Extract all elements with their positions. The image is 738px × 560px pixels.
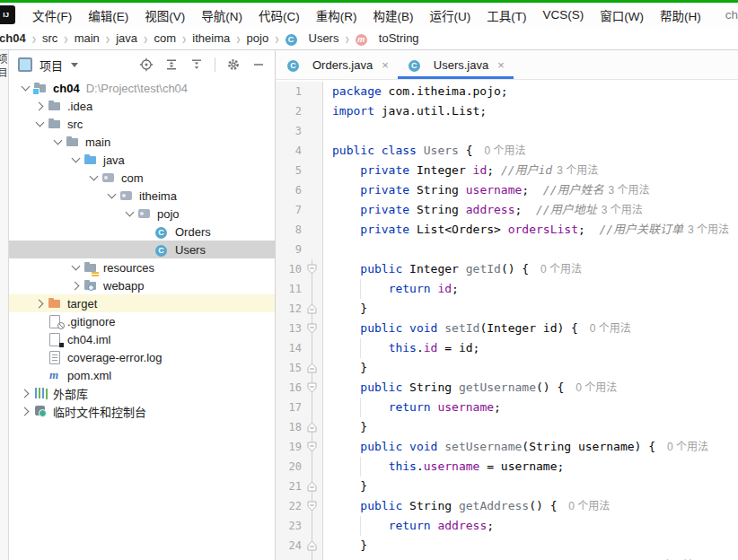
editor-tab-users.java[interactable]: CUsers.java×: [398, 50, 514, 79]
breadcrumb-item-java[interactable]: java: [114, 31, 139, 46]
close-icon[interactable]: ×: [497, 58, 505, 72]
fold-marker-icon[interactable]: [302, 536, 322, 556]
code-line[interactable]: 24 }: [276, 536, 738, 556]
project-panel-title[interactable]: 项目: [40, 57, 63, 74]
fold-marker-icon[interactable]: [302, 556, 322, 560]
tree-chevron-icon[interactable]: [32, 122, 48, 126]
tree-item-webapp[interactable]: webapp: [9, 276, 275, 294]
hide-icon[interactable]: [251, 57, 266, 72]
code-line[interactable]: 13 public void setId(Integer id) { 0 个用法: [276, 319, 738, 338]
tree-chevron-icon[interactable]: [68, 266, 83, 269]
code-line[interactable]: 22 public String getAddress() { 0 个用法: [276, 496, 738, 516]
breadcrumb-item-main[interactable]: main: [73, 31, 101, 46]
fold-marker-icon[interactable]: [302, 496, 322, 516]
fold-marker-icon[interactable]: [302, 358, 322, 378]
menu-item[interactable]: 窗口(W): [592, 4, 652, 27]
breadcrumb-item-users[interactable]: CUsers: [284, 31, 341, 47]
code-line[interactable]: 17 return username;: [276, 398, 738, 417]
menu-item[interactable]: 运行(U): [422, 4, 479, 27]
tree-item-orders[interactable]: COrders: [9, 223, 275, 241]
tree-item-src[interactable]: src: [9, 115, 275, 133]
close-icon[interactable]: ×: [382, 58, 389, 72]
code-editor[interactable]: 1package com.itheima.pojo;2import java.u…: [276, 80, 738, 560]
tree-item-users[interactable]: CUsers: [9, 241, 275, 258]
menu-item[interactable]: 重构(R): [308, 4, 365, 27]
breadcrumb-item-ch04[interactable]: ch04: [0, 31, 28, 46]
tree-chevron-icon[interactable]: [68, 283, 83, 289]
project-stripe-tab[interactable]: 项目: [0, 54, 9, 81]
fold-marker-icon[interactable]: [302, 437, 322, 457]
code-line[interactable]: 25 public void setAddress(String address…: [276, 556, 738, 560]
settings-icon[interactable]: [226, 57, 241, 72]
code-line[interactable]: 4public class Users { 0 个用法: [276, 141, 738, 161]
tree-chevron-icon[interactable]: [122, 212, 137, 215]
code-line[interactable]: 21 }: [276, 477, 738, 496]
tree-item-main[interactable]: main: [9, 133, 275, 151]
code-line[interactable]: 1package com.itheima.pojo;: [276, 82, 738, 101]
fold-marker-icon[interactable]: [302, 378, 322, 398]
code-line[interactable]: 8 private List<Orders> ordersList; //用户关…: [276, 220, 738, 240]
menu-item[interactable]: 导航(N): [193, 4, 250, 27]
code-line[interactable]: 12 }: [276, 299, 738, 319]
tree-item-itheima[interactable]: itheima: [9, 187, 275, 205]
menu-item[interactable]: 构建(B): [365, 4, 422, 27]
tree-item-com[interactable]: com: [9, 169, 275, 187]
tree-item--[interactable]: 临时文件和控制台: [9, 402, 275, 420]
code-line[interactable]: 3: [276, 121, 738, 141]
code-line[interactable]: 19 public void setUsername(String userna…: [276, 437, 738, 457]
code-line[interactable]: 9: [276, 240, 738, 259]
code-line[interactable]: 23 return address;: [276, 516, 738, 536]
code-line[interactable]: 2import java.util.List;: [276, 101, 738, 121]
tree-chevron-icon[interactable]: [32, 301, 48, 307]
code-line[interactable]: 11 return id;: [276, 279, 738, 299]
tree-item-pojo[interactable]: pojo: [9, 205, 275, 223]
fold-marker-icon[interactable]: [302, 417, 322, 437]
code-line[interactable]: 14 this.id = id;: [276, 338, 738, 358]
menu-item[interactable]: 编辑(E): [80, 4, 136, 27]
tree-chevron-icon[interactable]: [68, 158, 83, 162]
tree-chevron-icon[interactable]: [32, 103, 48, 109]
breadcrumb-item-pojo[interactable]: pojo: [245, 31, 271, 46]
expand-all-icon[interactable]: [164, 57, 179, 72]
breadcrumb-item-tostring[interactable]: mtoString: [354, 31, 421, 47]
tree-item--idea[interactable]: .idea: [9, 97, 275, 115]
fold-marker-icon[interactable]: [302, 319, 322, 338]
code-line[interactable]: 18 }: [276, 417, 738, 437]
breadcrumb-item-com[interactable]: com: [152, 31, 178, 46]
collapse-all-icon[interactable]: [189, 57, 204, 72]
menu-item[interactable]: 工具(T): [479, 4, 534, 27]
tree-chevron-icon[interactable]: [50, 140, 66, 144]
tree-item-resources[interactable]: resources: [9, 258, 275, 276]
tree-chevron-icon[interactable]: [18, 86, 33, 90]
tree-item-ch04[interactable]: ch04D:\Project\test\ch04: [9, 79, 275, 97]
menu-item[interactable]: 代码(C): [250, 4, 308, 27]
tree-item-target[interactable]: target: [9, 294, 275, 312]
tree-item-coverage-error-log[interactable]: coverage-error.log: [9, 348, 275, 366]
tree-item-ch04-iml[interactable]: ch04.iml: [9, 330, 275, 348]
code-line[interactable]: 7 private String address; //用户地址3 个用法: [276, 200, 738, 220]
code-line[interactable]: 5 private Integer id; //用户id3 个用法: [276, 161, 738, 180]
code-line[interactable]: 16 public String getUsername() { 0 个用法: [276, 378, 738, 398]
code-line[interactable]: 15 }: [276, 358, 738, 378]
tree-chevron-icon[interactable]: [104, 194, 119, 197]
menu-item[interactable]: 视图(V): [136, 4, 193, 27]
breadcrumb-item-itheima[interactable]: itheima: [190, 31, 232, 46]
tree-item-pom-xml[interactable]: mpom.xml: [9, 366, 275, 384]
tree-chevron-icon[interactable]: [86, 176, 101, 179]
tree-chevron-icon[interactable]: [18, 408, 33, 415]
menu-item[interactable]: 帮助(H): [652, 4, 709, 27]
breadcrumb-item-src[interactable]: src: [40, 31, 59, 46]
fold-marker-icon[interactable]: [302, 259, 322, 279]
fold-marker-icon[interactable]: [302, 299, 322, 319]
editor-tab-orders.java[interactable]: COrders.java×: [277, 50, 398, 79]
code-line[interactable]: 6 private String username; //用户姓名3 个用法: [276, 180, 738, 200]
code-line[interactable]: 10 public Integer getId() { 0 个用法: [276, 259, 738, 279]
code-line[interactable]: 20 this.username = username;: [276, 457, 738, 477]
menu-item[interactable]: VCS(S): [535, 5, 593, 24]
fold-marker-icon[interactable]: [302, 477, 322, 496]
tree-item--[interactable]: 外部库: [9, 384, 275, 402]
locate-icon[interactable]: [139, 57, 154, 72]
tree-chevron-icon[interactable]: [18, 390, 33, 397]
chevron-down-icon[interactable]: [71, 63, 78, 67]
tree-item-java[interactable]: java: [9, 151, 275, 169]
